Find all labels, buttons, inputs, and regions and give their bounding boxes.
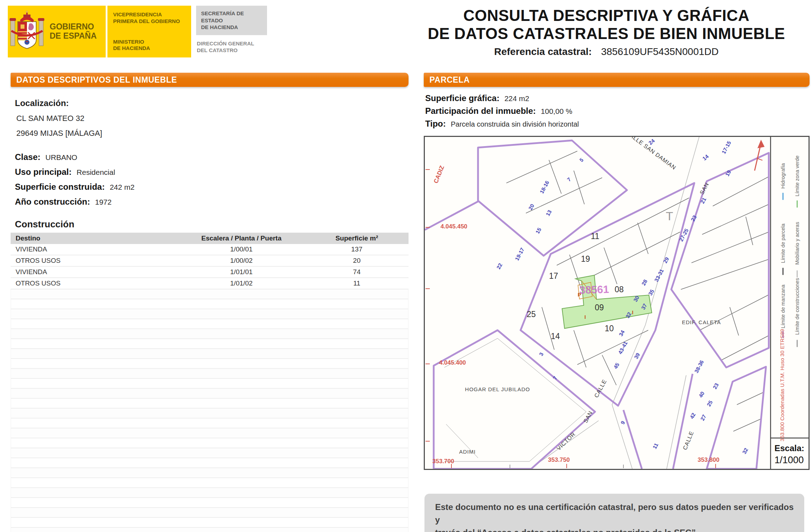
field-superficie-value: 242 m2 <box>110 183 134 191</box>
empty-row <box>11 419 408 428</box>
svg-text:Hidrografía: Hidrografía <box>780 163 786 189</box>
superficie-grafica-label: Superficie gráfica: <box>425 93 499 103</box>
table-header-row: Destino Escalera / Planta / Puerta Super… <box>11 233 409 244</box>
empty-row <box>11 528 408 532</box>
svg-text:17: 17 <box>549 271 558 281</box>
svg-text:Límite zona verde: Límite zona verde <box>794 155 800 196</box>
escala-label: Escala: <box>774 443 804 453</box>
svg-text:EDIF. CALETA: EDIF. CALETA <box>682 319 721 325</box>
empty-rows <box>11 289 409 532</box>
svg-text:4.045.450: 4.045.450 <box>440 223 467 230</box>
direccion-general-text: DIRECCIÓN GENERAL DEL CATASTRO <box>196 40 267 54</box>
empty-row <box>11 438 408 448</box>
tipo-label: Tipo: <box>425 119 446 128</box>
address-line1: CL SAN MATEO 32 <box>16 114 409 123</box>
disclaimer-box: Este documento no es una certificación c… <box>424 494 804 532</box>
svg-text:I: I <box>632 309 633 315</box>
empty-row <box>11 498 408 508</box>
empty-row <box>11 349 408 359</box>
svg-text:08: 08 <box>615 285 624 294</box>
svg-text:353.800: 353.800 <box>698 456 719 463</box>
field-ano-label: Año construcción: <box>15 197 90 206</box>
referencia-value: 3856109UF5435N0001DD <box>601 46 719 57</box>
empty-row <box>11 359 408 369</box>
col-superficie: Superficie m² <box>305 233 409 244</box>
empty-row <box>11 379 408 389</box>
spain-coat-of-arms-icon <box>8 10 46 54</box>
field-uso-label: Uso principal: <box>15 167 72 177</box>
empty-row <box>11 468 408 478</box>
empty-row <box>11 309 408 319</box>
field-clase-value: URBANO <box>45 153 77 161</box>
field-ano-value: 1972 <box>95 198 112 206</box>
participacion-label: Participación del inmueble: <box>425 106 536 116</box>
empty-row <box>11 458 408 468</box>
table-row: VIVIENDA1/01/0174 <box>11 266 409 278</box>
cadastral-map-svg: CADIZ4.045.4504.045.400353.700353.750353… <box>425 137 809 469</box>
title-line2: DE DATOS CATASTRALES DE BIEN INMUEBLE <box>404 24 809 43</box>
svg-text:19: 19 <box>581 254 590 264</box>
inmueble-section-bar: DATOS DESCRIPTIVOS DEL INMUEBLE <box>11 73 409 87</box>
parcela-section: PARCELA Superficie gráfica:224 m2 Partic… <box>424 73 810 129</box>
cadastral-document: GOBIERNO DE ESPAÑA VICEPRESIDENCIA PRIME… <box>0 0 811 532</box>
subject-parcel-id: 38561 <box>579 283 609 296</box>
svg-text:Límite de parcela: Límite de parcela <box>780 223 786 263</box>
svg-text:25: 25 <box>527 310 536 319</box>
empty-row <box>11 339 408 349</box>
empty-row <box>11 399 408 409</box>
svg-text:Límite de construcciones: Límite de construcciones <box>794 278 800 335</box>
ministerio-box: VICEPRESIDENCIA PRIMERA DEL GOBIERNO MIN… <box>107 6 191 57</box>
field-superficie-grafica: Superficie gráfica:224 m2 <box>425 93 810 103</box>
gobierno-text: GOBIERNO DE ESPAÑA <box>50 22 97 41</box>
empty-row <box>11 448 408 458</box>
government-header: GOBIERNO DE ESPAÑA VICEPRESIDENCIA PRIME… <box>8 6 267 57</box>
svg-text:ADIMI: ADIMI <box>459 449 476 455</box>
parcela-section-bar: PARCELA <box>424 73 810 87</box>
col-escalera: Escalera / Planta / Puerta <box>178 233 305 244</box>
inmueble-section-title: DATOS DESCRIPTIVOS DEL INMUEBLE <box>16 75 177 85</box>
gobierno-logo-box: GOBIERNO DE ESPAÑA <box>8 6 106 57</box>
table-row: VIVIENDA1/00/01137 <box>11 244 409 255</box>
svg-text:4.045.400: 4.045.400 <box>439 359 466 366</box>
construccion-title: Construcción <box>15 219 409 230</box>
escala-value: 1/1000 <box>774 455 804 465</box>
vicepresidencia-text: VICEPRESIDENCIA PRIMERA DEL GOBIERNO <box>113 11 180 25</box>
empty-row <box>11 508 408 518</box>
empty-row <box>11 319 408 329</box>
field-ano: Año construcción:1972 <box>15 197 409 207</box>
ministerio-text: MINISTERIO DE HACIENDA <box>113 39 150 52</box>
tipo-value: Parcela construida sin división horizont… <box>451 120 579 128</box>
empty-row <box>11 518 408 528</box>
empty-row <box>11 329 408 339</box>
field-tipo: Tipo:Parcela construida sin división hor… <box>425 119 810 129</box>
table-row: OTROS USOS1/01/0211 <box>11 278 409 289</box>
empty-row <box>11 409 408 419</box>
inmueble-section: DATOS DESCRIPTIVOS DEL INMUEBLE Localiza… <box>11 73 409 532</box>
svg-text:Límite de manzana: Límite de manzana <box>780 284 786 328</box>
empty-row <box>11 369 408 379</box>
col-destino: Destino <box>11 233 178 244</box>
svg-text:11: 11 <box>591 232 599 241</box>
localizacion-label: Localización: <box>15 98 409 108</box>
empty-row <box>11 478 408 488</box>
field-superficie: Superficie construida:242 m2 <box>15 182 409 192</box>
field-clase: Clase:URBANO <box>15 152 409 162</box>
title-line1: CONSULTA DESCRIPTIVA Y GRÁFICA <box>404 6 809 24</box>
field-participacion: Participación del inmueble:100,00 % <box>425 106 810 116</box>
svg-text:353.700: 353.700 <box>432 458 454 465</box>
field-superficie-label: Superficie construida: <box>15 182 105 192</box>
empty-row <box>11 289 408 299</box>
superficie-grafica-value: 224 m2 <box>504 94 529 102</box>
field-uso: Uso principal:Residencial <box>15 167 409 177</box>
referencia-catastral: Referencia catastral:3856109UF5435N0001D… <box>404 46 809 57</box>
parcela-section-title: PARCELA <box>429 75 470 85</box>
address-line2: 29649 MIJAS [MÁLAGA] <box>16 129 409 138</box>
field-clase-label: Clase: <box>15 152 40 162</box>
svg-text:HOGAR DEL JUBILADO: HOGAR DEL JUBILADO <box>465 386 530 392</box>
empty-row <box>11 428 408 438</box>
utm-note: 353.800 Coordenadas U.T.M. Huso 30 ETRS8… <box>779 329 785 442</box>
empty-row <box>11 389 408 399</box>
svg-text:I: I <box>584 314 586 320</box>
empty-row <box>11 299 408 309</box>
t-symbol: T <box>666 209 673 223</box>
